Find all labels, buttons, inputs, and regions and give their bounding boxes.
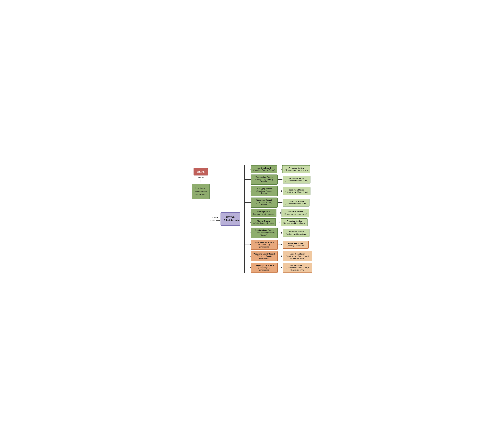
directly-under-line [216,220,220,220]
protection-box-7: Protection Station (8 villages and towns… [283,241,309,249]
state-forestry-box: State Forestryand GrasslandAdministratio… [192,184,210,199]
arrow-to-prot-8 [278,256,282,256]
h-tick-9 [245,268,251,268]
branch-sub-9: (Dongning City government) [258,267,270,271]
protection-title-5: Protection Station [286,220,302,222]
branch-name-4: Suiyang Branch [257,211,270,213]
ntlnp-box: NTLNPAdministration [220,212,240,226]
branch-name-8: Wangqing County branch [253,253,275,255]
branch-sub-8: (Wangqing County government) [257,255,272,259]
protection-sub-5: (5 state-owned forest farms) [283,222,305,224]
directly-under-connector: directly under [210,217,220,221]
protection-box-8: Protection Station (8 state-owned forest… [283,251,312,261]
branch-box-0: Hunchun Branch (Hunchun Forestry Bureau) [251,165,277,173]
branch-sub-7: (Hunchun City government) [258,244,270,248]
directly-under-text2: under [210,219,215,221]
protection-box-3: Protection Station (5 state-owned forest… [283,199,309,207]
protection-sub-4: (10 state-owned forest farms) [284,213,307,215]
protection-box-4: Protection Station (10 state-owned fores… [282,209,309,217]
h-tick-3 [245,202,251,203]
branch-sub-4: (Suiyang Forestry Bureau) [253,213,274,215]
branch-box-4: Suiyang Branch (Suiyang Forestry Bureau) [251,209,276,217]
branches-container: Hunchun Branch (Hunchun Forestry Bureau)… [245,165,312,273]
branch-name-9: Dongning City Branch [255,264,274,266]
h-tick-8 [245,256,251,256]
branch-name-3: Daxinggou Branch [256,199,272,201]
protection-box-0: Protection Station (12 state-owned fores… [282,165,310,173]
branch-row-3: Daxinggou Branch (Daxinggou Forestry Bur… [245,197,312,208]
branch-row-1: Tianqiaoling Branch (Tianqiaoling Forest… [245,175,312,185]
org-chart-container: central entrust ↓ State Forestryand Gras… [192,165,312,273]
arrow-to-prot-7 [278,245,282,245]
branch-row-0: Hunchun Branch (Hunchun Forestry Bureau)… [245,165,312,173]
branch-row-6: Dongjingcheng Branch （Dongjingcheng Fore… [245,228,312,238]
state-forestry-text: State Forestryand GrasslandAdministratio… [194,187,207,196]
protection-title-1: Protection Station [289,177,304,179]
h-tick-4 [245,213,251,213]
entrust-text: entrust [198,177,204,179]
arrow-to-prot-2 [278,191,282,191]
protection-title-9: Protection Station [290,264,305,266]
branch-name-0: Hunchun Branch [257,167,271,169]
branch-name-6: Dongjingcheng Branch [254,229,274,231]
protection-box-9: Protection Station (2 state-owned forest… [283,263,312,273]
branch-sub-2: (Wangqing Forestry Bureau) [256,190,272,194]
branch-box-6: Dongjingcheng Branch （Dongjingcheng Fore… [251,228,278,238]
protection-sub-0: (12 state-owned forest farms) [285,169,308,171]
protection-title-4: Protection Station [288,211,303,213]
branch-row-5: Muling Branch (Muling Forestry Bureau) P… [245,218,312,226]
directly-under-arrowhead [219,220,220,221]
protection-title-0: Protection Station [288,167,304,169]
protection-sub-7: (8 villages and towns) [287,245,304,247]
central-box: central [194,168,208,175]
h-tick-5 [245,222,251,222]
branch-name-1: Tianqiaoling Branch [256,176,273,178]
protection-sub-6: (3 state-owned forest farms) [285,233,307,235]
branch-box-8: Wangqing County branch (Wangqing County … [251,251,278,261]
branch-box-3: Daxinggou Branch (Daxinggou Forestry Bur… [251,197,278,208]
ntlnp-label: NTLNPAdministration [224,216,240,222]
left-column: central entrust ↓ State Forestryand Gras… [192,165,210,199]
branch-sub-3: (Daxinggou Forestry Bureau) [256,201,273,206]
arrow-to-prot-0 [277,169,282,169]
arrow-to-prot-1 [278,179,282,180]
arrow-to-prot-4 [277,213,281,213]
branch-box-7: Hunchun City Branch (Hunchun City govern… [251,240,278,250]
protection-title-8: Protection Station [290,253,305,255]
branch-sub-6: （Dongjingcheng Forestry Bureau） [254,232,275,236]
branch-box-5: Muling Branch (Muling Forestry Bureau) [251,218,276,226]
protection-title-3: Protection Station [288,200,304,202]
h-tick-7 [245,245,251,245]
protection-title-7: Protection Station [288,242,303,245]
protection-box-1: Protection Station (14 state-owned fores… [283,176,310,184]
h-tick-1 [245,179,251,180]
branch-sub-5: (Muling Forestry Bureau) [253,222,274,224]
protection-sub-1: (14 state-owned forest farms) [285,180,308,182]
protection-box-6: Protection Station (3 state-owned forest… [283,229,309,237]
central-label: central [197,170,205,173]
tree-with-branches: Hunchun Branch (Hunchun Forestry Bureau)… [244,165,312,273]
arrow-to-prot-3 [278,202,282,203]
branch-row-2: Wangqing Branch (Wangqing Forestry Burea… [245,186,312,196]
protection-sub-3: (5 state-owned forest farms) [285,203,307,205]
h-tick-0 [245,169,251,169]
branch-name-2: Wangqing Branch [257,188,272,190]
branch-box-2: Wangqing Branch (Wangqing Forestry Burea… [251,186,278,196]
branch-sub-1: (Tianqiaoling Forestry Bureau) [255,178,273,183]
arrow-to-prot-9 [278,268,282,268]
entrust-arrow: ↓ [200,179,202,183]
protection-title-2: Protection Station [289,189,304,191]
protection-sub-2: (13 state-owned forest farms) [285,191,308,193]
branch-row-9: Dongning City Branch (Dongning City gove… [245,263,312,273]
protection-sub-8: (8 state-owned forest farms;4 villages a… [286,255,309,259]
protection-box-2: Protection Station (13 state-owned fores… [283,187,310,195]
h-tick-2 [245,191,251,191]
branch-name-5: Muling Branch [257,220,270,222]
entrust-connector: entrust ↓ [198,176,204,183]
branch-row-4: Suiyang Branch (Suiyang Forestry Bureau)… [245,209,312,217]
arrow-to-prot-6 [278,233,282,233]
directly-under-text: directly [212,217,218,219]
branch-row-7: Hunchun City Branch (Hunchun City govern… [245,240,312,250]
h-tick-6 [245,233,251,233]
protection-box-5: Protection Station (5 state-owned forest… [281,218,308,226]
